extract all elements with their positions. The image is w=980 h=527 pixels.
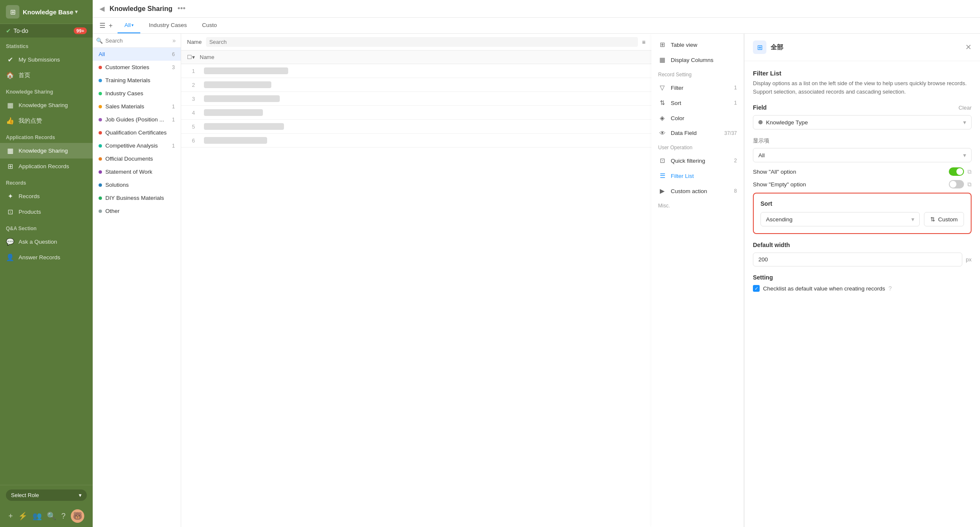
custom-button[interactable]: ⇅ Custom <box>924 212 964 226</box>
tab-custom[interactable]: Custo <box>195 18 223 33</box>
sidebar-item-answer-records[interactable]: 👤 Answer Records <box>0 250 93 265</box>
avatar[interactable]: 🐻 <box>71 509 84 523</box>
filter-item-sales[interactable]: Sales Materials 1 <box>93 100 181 113</box>
dropdown-data-field[interactable]: 👁 Data Field 37/37 <box>651 126 744 140</box>
todo-header[interactable]: ✔ To-do 99+ <box>0 24 93 38</box>
sidebar-item-knowledge-sharing-main[interactable]: ▦ Knowledge Sharing <box>0 143 93 159</box>
tab-bar-icons: ☰ + <box>99 22 116 30</box>
default-width-label: Default width <box>753 242 972 248</box>
help-circle-icon[interactable]: ? <box>889 285 892 292</box>
add-icon[interactable]: + <box>8 512 13 521</box>
table-row[interactable]: 3 <box>181 92 651 106</box>
checklist-checkbox[interactable]: ✓ <box>753 285 760 292</box>
field-select[interactable]: Knowledge Type ▾ <box>753 115 972 129</box>
color-dot <box>99 79 102 82</box>
table-row[interactable]: 5 <box>181 120 651 134</box>
filter-item-all[interactable]: All 6 <box>93 48 181 61</box>
search-icon[interactable]: 🔍 <box>47 511 56 521</box>
filter-search-input[interactable] <box>105 38 168 44</box>
field-dot-icon <box>758 120 763 124</box>
table-row[interactable]: 4 <box>181 106 651 120</box>
show-empty-label: Show "Empty" option <box>753 181 806 188</box>
filter-item-statement[interactable]: Statement of Work <box>93 165 181 178</box>
color-dot <box>99 92 102 95</box>
sidebar-footer: Select Role ▾ <box>0 485 93 505</box>
todo-badge: 99+ <box>74 27 87 34</box>
filter-item-qual-cert[interactable]: Qualification Certificates <box>93 126 181 139</box>
dropdown-color[interactable]: ◈ Color <box>651 110 744 126</box>
sidebar-item-products[interactable]: ⊡ Products <box>0 204 93 220</box>
hamburger-icon[interactable]: ☰ <box>99 22 105 30</box>
tab-industry-cases[interactable]: Industry Cases <box>142 18 193 33</box>
display-options-select[interactable]: All ▾ <box>753 148 972 162</box>
filter-item-other[interactable]: Other <box>93 204 181 218</box>
filter-item-training[interactable]: Training Materials <box>93 74 181 87</box>
dropdown-custom-action[interactable]: ▶ Custom action 8 <box>651 183 744 199</box>
filter-icon[interactable]: ≡ <box>642 39 645 46</box>
dropdown-filter[interactable]: ▽ Filter 1 <box>651 80 744 95</box>
dropdown-display-columns[interactable]: ▦ Display Columns <box>651 52 744 67</box>
color-dot <box>99 170 102 174</box>
dropdown-quick-filtering[interactable]: ⊡ Quick filtering 2 <box>651 153 744 168</box>
copy-icon-empty[interactable]: ⧉ <box>967 181 972 188</box>
filter-item-industry-cases[interactable]: Industry Cases <box>93 87 181 100</box>
width-input[interactable] <box>753 253 962 266</box>
display-columns-icon: ▦ <box>658 56 667 64</box>
filter-item-official-docs[interactable]: Official Documents <box>93 152 181 165</box>
sort-icon: ⇅ <box>658 99 667 107</box>
back-icon[interactable]: ◀ <box>99 5 104 13</box>
close-button[interactable]: ✕ <box>965 43 972 52</box>
dropdown-table-view[interactable]: ⊞ Table view <box>651 37 744 52</box>
filter-item-customer-stories[interactable]: Customer Stories 3 <box>93 61 181 74</box>
misc-label: Misc. <box>651 199 744 211</box>
help-icon[interactable]: ? <box>62 512 66 521</box>
apps-icon: ⊞ <box>6 162 14 170</box>
dropdown-sort[interactable]: ⇅ Sort 1 <box>651 95 744 110</box>
dropdown-filter-list[interactable]: ☰ Filter List <box>651 168 744 183</box>
filter-item-competitive[interactable]: Competitive Analysis 1 <box>93 139 181 152</box>
filter-item-diy[interactable]: DIY Business Materials <box>93 191 181 204</box>
color-dot <box>99 66 102 69</box>
sidebar-item-my-submissions[interactable]: ✔ My Submissions <box>0 52 93 67</box>
sidebar-header: ⊞ Knowledge Base ▾ <box>0 0 93 24</box>
right-panel: ⊞ 全部 ✕ Filter List Display options as a … <box>744 34 980 527</box>
blurred-content <box>204 67 288 74</box>
copy-icon[interactable]: ⧉ <box>967 168 972 175</box>
row-checkbox-header[interactable]: ☐▾ <box>187 54 195 60</box>
sort-ascending-select[interactable]: Ascending ▾ <box>760 212 920 226</box>
sidebar-item-ask-question[interactable]: 💬 Ask a Question <box>0 234 93 250</box>
show-empty-toggle[interactable] <box>949 180 964 188</box>
sidebar-item-app-records[interactable]: ⊞ Application Records <box>0 159 93 174</box>
select-role-dropdown[interactable]: Select Role ▾ <box>6 489 87 501</box>
show-all-toggle[interactable] <box>949 167 964 176</box>
sidebar-item-homepage[interactable]: 🏠 首页 <box>0 67 93 83</box>
px-label: px <box>966 256 972 263</box>
add-tab-icon[interactable]: + <box>109 22 112 30</box>
home-icon: 🏠 <box>6 71 14 79</box>
table-row[interactable]: 2 <box>181 78 651 92</box>
search-icon: 🔍 <box>96 38 103 44</box>
list-icon: ☰ <box>658 172 667 180</box>
table-row[interactable]: 1 <box>181 64 651 78</box>
tab-all[interactable]: All ▾ <box>118 18 140 33</box>
right-panel-body: Filter List Display options as a list on… <box>744 61 980 527</box>
color-dot <box>99 210 102 213</box>
collapse-icon[interactable]: » <box>171 37 177 44</box>
app-title[interactable]: Knowledge Base ▾ <box>23 8 78 16</box>
sidebar-item-wode-dianzan[interactable]: 👍 我的点赞 <box>0 113 93 129</box>
blurred-content <box>204 81 271 88</box>
filter-item-job-guides[interactable]: Job Guides (Position ... 1 <box>93 113 181 126</box>
main-content: ◀ Knowledge Sharing ••• ☰ + All ▾ Indust… <box>93 0 980 527</box>
table-search-input[interactable] <box>206 37 638 47</box>
group-icon[interactable]: 👥 <box>32 511 42 521</box>
lightning-icon[interactable]: ⚡ <box>18 511 27 521</box>
sidebar-item-knowledge-sharing-sub[interactable]: ▦ Knowledge Sharing <box>0 97 93 113</box>
tab-bar: ☰ + All ▾ Industry Cases Custo <box>93 18 980 34</box>
clear-button[interactable]: Clear <box>959 105 972 111</box>
table-row[interactable]: 6 <box>181 134 651 148</box>
filter-item-solutions[interactable]: Solutions <box>93 178 181 191</box>
sidebar-item-records[interactable]: ✦ Records <box>0 188 93 204</box>
more-icon[interactable]: ••• <box>177 4 185 13</box>
grid-icon: ▦ <box>6 101 14 109</box>
sort-caret: ▾ <box>911 216 914 223</box>
